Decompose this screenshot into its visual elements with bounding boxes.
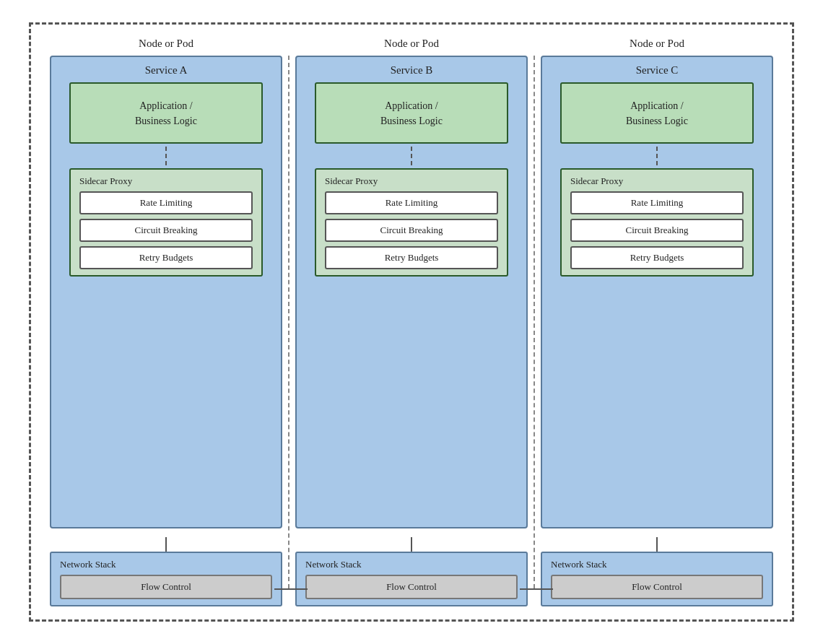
sidecar-label-0: Sidecar Proxy [79,175,132,187]
app-logic-box-1: Application /Business Logic [315,82,508,144]
feature-box-1-1: Circuit Breaking [325,219,498,242]
node-label-0: Node or Pod [50,38,282,50]
sidecar-label-1: Sidecar Proxy [325,175,378,187]
sidecar-box-1: Sidecar ProxyRate LimitingCircuit Breaki… [315,168,508,277]
node-column-1: Node or PodService BApplication /Busines… [289,38,534,606]
network-label-1: Network Stack [305,559,362,570]
solid-connector-2 [656,537,658,552]
node-column-2: Node or PodService CApplication /Busines… [535,38,779,606]
solid-connector-0 [165,537,167,552]
feature-box-0-2: Retry Budgets [79,246,253,269]
service-box-0: Service AApplication /Business LogicSide… [50,56,282,528]
feature-box-2-2: Retry Budgets [570,246,744,269]
node-column-0: Node or PodService AApplication /Busines… [44,38,288,606]
flow-control-box-1: Flow Control [305,575,518,599]
sidecar-label-2: Sidecar Proxy [570,175,623,187]
feature-box-1-0: Rate Limiting [325,191,498,214]
feature-box-1-2: Retry Budgets [325,246,498,269]
flow-control-box-2: Flow Control [551,575,763,599]
service-label-0: Service A [58,64,274,77]
network-label-0: Network Stack [60,559,116,570]
node-label-2: Node or Pod [541,38,773,50]
dashed-connector-2 [656,147,658,165]
dashed-connector-0 [165,147,167,165]
service-box-1: Service BApplication /Business LogicSide… [295,56,528,528]
network-box-1: Network StackFlow Control [295,552,528,606]
service-label-1: Service B [304,64,519,77]
feature-box-2-1: Circuit Breaking [570,219,744,242]
network-box-2: Network StackFlow Control [541,552,773,606]
solid-connector-1 [411,537,412,552]
feature-box-0-0: Rate Limiting [79,191,253,214]
network-label-2: Network Stack [551,559,607,570]
sidecar-box-2: Sidecar ProxyRate LimitingCircuit Breaki… [560,168,754,277]
network-box-0: Network StackFlow Control [50,552,282,606]
app-logic-box-2: Application /Business Logic [560,82,754,144]
sidecar-box-0: Sidecar ProxyRate LimitingCircuit Breaki… [69,168,263,277]
feature-box-0-1: Circuit Breaking [79,219,253,242]
service-label-2: Service C [549,64,765,77]
app-logic-box-0: Application /Business Logic [69,82,263,144]
feature-box-2-0: Rate Limiting [570,191,744,214]
dashed-connector-1 [411,147,412,165]
diagram-outer: Node or PodService AApplication /Busines… [29,22,794,622]
service-box-2: Service CApplication /Business LogicSide… [541,56,773,528]
flow-control-box-0: Flow Control [60,575,272,599]
node-label-1: Node or Pod [295,38,528,50]
